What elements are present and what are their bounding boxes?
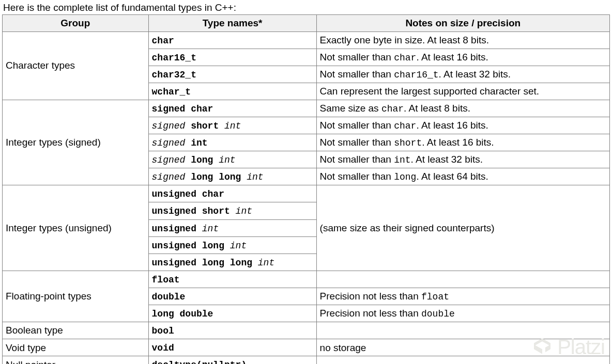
type-cell: unsigned char (148, 185, 316, 202)
type-cell: wchar_t (148, 83, 316, 100)
note-cell: Not smaller than char. At least 16 bits. (316, 49, 609, 66)
type-cell: signed long int (148, 151, 316, 168)
header-type-names: Type names* (148, 15, 316, 32)
type-cell: double (148, 288, 316, 305)
header-notes: Notes on size / precision (316, 15, 609, 32)
note-cell: Not smaller than char16_t. At least 32 b… (316, 66, 609, 83)
note-cell: Not smaller than char. At least 16 bits. (316, 117, 609, 134)
table-row: Character typescharExactly one byte in s… (3, 31, 610, 49)
type-cell: float (148, 271, 316, 288)
type-cell: long double (148, 305, 316, 322)
group-cell: Character types (3, 31, 149, 100)
type-cell: signed int (148, 134, 316, 151)
table-header-row: Group Type names* Notes on size / precis… (3, 15, 610, 32)
note-cell: Exactly one byte in size. At least 8 bit… (316, 31, 609, 49)
note-cell: no storage (316, 339, 609, 356)
table-row: Floating-point typesfloat (3, 271, 610, 288)
table-row: Integer types (unsigned)unsigned char(sa… (3, 185, 610, 202)
note-cell: Precision not less than double (316, 305, 609, 322)
group-cell: Integer types (unsigned) (3, 185, 149, 271)
type-cell: unsigned long long int (148, 254, 316, 271)
note-cell: (same size as their signed counterparts) (316, 185, 609, 271)
type-cell: signed long long int (148, 168, 316, 185)
note-cell: Not smaller than short. At least 16 bits… (316, 134, 609, 151)
type-cell: unsigned long int (148, 236, 316, 254)
type-cell: decltype(nullptr) (148, 356, 316, 364)
header-group: Group (3, 15, 149, 32)
type-cell: char16_t (148, 49, 316, 66)
intro-text: Here is the complete list of fundamental… (3, 2, 610, 13)
type-cell: unsigned int (148, 219, 316, 236)
note-cell: Not smaller than int. At least 32 bits. (316, 151, 609, 168)
note-cell (316, 322, 609, 339)
note-cell (316, 271, 609, 288)
type-cell: char (148, 31, 316, 49)
table-row: Void typevoidno storage (3, 339, 610, 356)
note-cell: Same size as char. At least 8 bits. (316, 100, 609, 117)
group-cell: Floating-point types (3, 271, 149, 322)
note-cell: Precision not less than float (316, 288, 609, 305)
table-row: Null pointerdecltype(nullptr) (3, 356, 610, 364)
group-cell: Null pointer (3, 356, 149, 364)
type-cell: signed char (148, 100, 316, 117)
group-cell: Boolean type (3, 322, 149, 339)
type-cell: char32_t (148, 66, 316, 83)
type-cell: unsigned short int (148, 202, 316, 219)
type-cell: bool (148, 322, 316, 339)
table-row: Boolean typebool (3, 322, 610, 339)
note-cell: Can represent the largest supported char… (316, 83, 609, 100)
note-cell (316, 356, 609, 364)
note-cell: Not smaller than long. At least 64 bits. (316, 168, 609, 185)
type-cell: void (148, 339, 316, 356)
table-row: Integer types (signed)signed charSame si… (3, 100, 610, 117)
types-table: Group Type names* Notes on size / precis… (2, 14, 610, 364)
type-cell: signed short int (148, 117, 316, 134)
group-cell: Void type (3, 339, 149, 356)
group-cell: Integer types (signed) (3, 100, 149, 185)
